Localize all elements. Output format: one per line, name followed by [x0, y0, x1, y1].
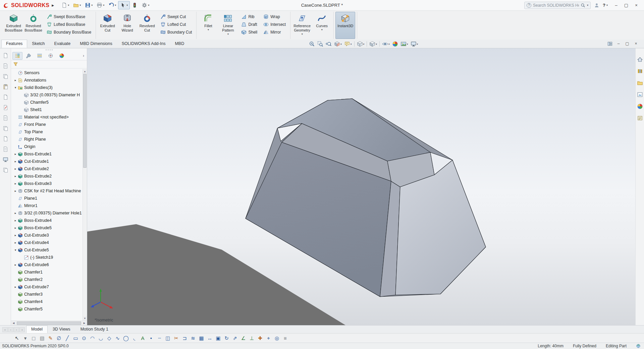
tree-item-annotations[interactable]: ▸Annotations — [11, 77, 87, 84]
tree-item-shell1[interactable]: Shell1 — [11, 106, 87, 113]
dropdown-arrow-icon[interactable]: ▾ — [363, 43, 365, 46]
add-relation-button[interactable]: ⊥ — [248, 334, 256, 342]
dropdown-arrow-icon[interactable]: ▾ — [351, 43, 352, 46]
smart-dimension-button[interactable]: ∅ — [55, 334, 63, 342]
zoom-fit-button[interactable] — [308, 40, 316, 48]
left-tool-4-button[interactable] — [2, 83, 9, 90]
offset-entities-button[interactable]: ≋ — [189, 334, 197, 342]
swept-boss-base-button[interactable]: Swept Boss/Base — [45, 13, 93, 20]
expand-arrow-icon[interactable]: ▸ — [13, 152, 18, 156]
help-search[interactable]: ? ▾ — [524, 2, 591, 9]
curves-button[interactable]: Curves▾ — [312, 12, 332, 39]
dropdown-arrow-icon[interactable]: ▾ — [321, 29, 323, 31]
left-tool-8-button[interactable] — [2, 124, 9, 132]
expand-arrow-icon[interactable]: ▸ — [13, 211, 18, 215]
help-button[interactable]: ?▾ — [603, 3, 608, 8]
dropdown-arrow-icon[interactable]: ▾ — [91, 4, 93, 7]
tree-item-cut-extrude3[interactable]: ▸Cut-Extrude3 — [11, 232, 87, 239]
left-tool-3-button[interactable] — [2, 72, 9, 80]
tab-mbd-dimensions[interactable]: MBD Dimensions — [75, 40, 117, 48]
dropdown-arrow-icon[interactable]: ▾ — [407, 43, 408, 46]
tree-item-3-32-0-09375-diameter-hole1[interactable]: ▸3/32 (0.09375) Diameter Hole1 — [11, 209, 87, 217]
repair-sketch-button[interactable]: ✚ — [256, 334, 264, 342]
arc-button[interactable]: ◠ — [88, 334, 97, 342]
display-relations-button[interactable]: ∠ — [239, 334, 248, 342]
tab-evaluate[interactable]: Evaluate — [50, 40, 75, 48]
tree-item-solid-bodies-3[interactable]: ▾Solid Bodies(3) — [11, 84, 87, 91]
dropdown-arrow-icon[interactable]: ▾ — [227, 33, 229, 36]
tree-item-origin[interactable]: Origin — [11, 143, 87, 150]
tree-vertical-scrollbar[interactable]: ▲ ▼ — [83, 69, 87, 320]
tab-nav-4[interactable]: » — [19, 327, 25, 332]
left-tool-5-button[interactable] — [2, 93, 9, 101]
maximize-button[interactable]: ▢ — [621, 1, 631, 9]
part-model[interactable] — [246, 99, 486, 297]
view-settings-button[interactable]: ▾ — [410, 40, 419, 48]
tab-nav-3[interactable]: › — [14, 327, 19, 332]
panel-tab-feature-manager[interactable] — [12, 52, 22, 60]
tree-item-mirror1[interactable]: Mirror1 — [11, 202, 87, 209]
dropdown-arrow-icon[interactable]: ▾ — [376, 43, 377, 46]
section-view-button[interactable]: ▾ — [333, 40, 343, 48]
appearances-scenes-button[interactable] — [636, 103, 644, 110]
tree-item-boss-extrude3[interactable]: ▸Boss-Extrude3 — [11, 180, 87, 187]
panel-tab-property-manager[interactable] — [23, 52, 34, 60]
expand-arrow-icon[interactable]: ▸ — [13, 79, 18, 82]
dropdown-arrow-icon[interactable]: ▾ — [79, 4, 81, 7]
quick-snaps-button[interactable]: ⌖ — [264, 334, 273, 342]
tree-item-chamfer1[interactable]: Chamfer1 — [11, 268, 87, 276]
view-orientation-button[interactable]: ▾ — [356, 40, 366, 48]
zoom-area-button[interactable] — [316, 40, 324, 48]
tree-item-boss-extrude4[interactable]: ▸Boss-Extrude4 — [11, 217, 87, 224]
trim-entities-button[interactable]: ✂ — [172, 334, 180, 342]
dropdown-arrow-icon[interactable]: ▾ — [208, 29, 209, 31]
tree-item-cut-extrude4[interactable]: ▸Cut-Extrude4 — [11, 239, 87, 246]
doc-tab-model[interactable]: Model — [26, 326, 48, 333]
rebuild-button[interactable] — [130, 1, 140, 9]
tree-item-chamfer2[interactable]: Chamfer2 — [11, 276, 87, 283]
tree-item-3-32-0-09375-diameter-h[interactable]: 3/32 (0.09375) Diameter H — [11, 91, 87, 99]
doc-minimize-button[interactable]: – — [614, 40, 623, 47]
rapid-sketch-button[interactable]: ◎ — [273, 334, 281, 342]
extruded-boss-base-button[interactable]: Extruded Boss/Base — [4, 12, 23, 39]
minimize-button[interactable]: – — [611, 1, 621, 9]
left-tool-1-button[interactable] — [2, 52, 9, 59]
more-panel-tabs-chevron[interactable]: › — [82, 53, 86, 58]
tree-item-chamfer5[interactable]: Chamfer5 — [11, 305, 87, 313]
dropdown-arrow-icon[interactable]: ▾ — [126, 4, 128, 7]
apply-scene-button[interactable]: ▾ — [399, 40, 409, 48]
view-palette-button[interactable] — [636, 91, 644, 98]
previous-view-button[interactable] — [325, 40, 333, 48]
left-tool-9-button[interactable] — [2, 135, 9, 142]
left-tool-12-button[interactable] — [2, 166, 9, 173]
sketch-fillet-button[interactable]: ◟ — [130, 334, 139, 342]
select-dropdown-button[interactable]: ▾ — [21, 334, 30, 342]
viewport-layout-button[interactable] — [606, 40, 614, 47]
move-entities-button[interactable]: ↔ — [206, 334, 214, 342]
custom-properties-button[interactable] — [636, 114, 644, 122]
tree-item-material-not-specified[interactable]: Material <not specified> — [11, 113, 87, 121]
centerline-button[interactable]: ┄ — [155, 334, 164, 342]
toolbar-flyout-arrow[interactable]: ▶ — [52, 4, 54, 7]
scroll-up-arrow[interactable]: ▲ — [83, 69, 87, 73]
tree-item-boss-extrude1[interactable]: ▸Boss-Extrude1 — [11, 150, 87, 158]
tree-item-right-plane[interactable]: Right Plane — [11, 136, 87, 143]
expand-arrow-icon[interactable]: ▸ — [13, 167, 18, 170]
lofted-cut-button[interactable]: Lofted Cut — [158, 21, 194, 28]
solidworks-resources-button[interactable] — [636, 56, 644, 63]
mirror-entities-button[interactable]: ◫ — [164, 334, 172, 342]
doc-close-button[interactable]: × — [632, 40, 640, 47]
tree-item-top-plane[interactable]: Top Plane — [11, 128, 87, 136]
panel-tab-dimxpert-manager[interactable] — [46, 52, 56, 60]
dropdown-arrow-icon[interactable]: ▾ — [388, 43, 390, 46]
shell-button[interactable]: Shell — [239, 29, 259, 36]
tree-item-chamfer5[interactable]: Chamfer5 — [11, 99, 87, 106]
tab-sketch[interactable]: Sketch — [27, 40, 49, 48]
dropdown-arrow-icon[interactable]: ▾ — [115, 4, 116, 7]
extruded-cut-button[interactable]: Extruded Cut — [98, 12, 117, 39]
panel-grip[interactable] — [11, 48, 87, 51]
options-button[interactable]: ▾ — [140, 1, 151, 9]
filter-funnel-icon[interactable] — [13, 62, 18, 67]
dropdown-arrow-icon[interactable]: ▾ — [302, 33, 303, 36]
expand-arrow-icon[interactable]: ▸ — [13, 182, 18, 185]
